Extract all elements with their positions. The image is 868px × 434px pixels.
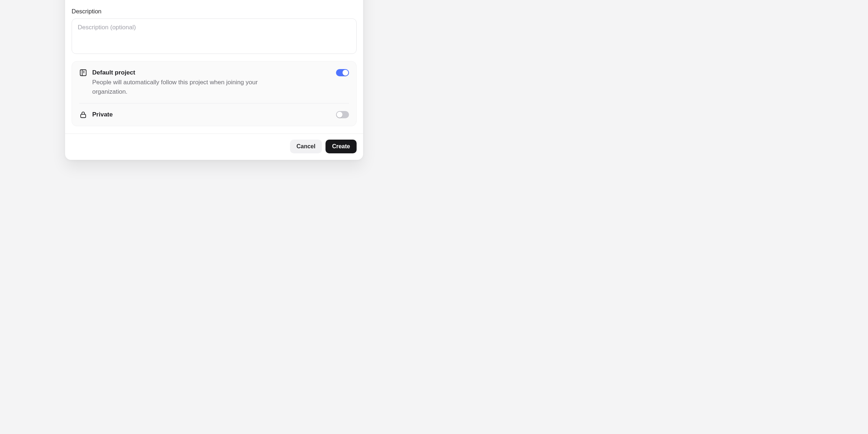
- create-button[interactable]: Create: [326, 140, 357, 153]
- settings-card: Default project People will automaticall…: [72, 61, 357, 126]
- default-project-toggle[interactable]: [336, 69, 349, 76]
- create-project-modal: Description Default project People will …: [65, 0, 363, 160]
- default-project-description: People will automatically follow this pr…: [92, 78, 262, 97]
- private-toggle[interactable]: [336, 111, 349, 118]
- svg-point-3: [84, 72, 84, 73]
- svg-rect-0: [80, 70, 86, 76]
- lock-icon: [79, 111, 87, 119]
- private-setting: Private: [79, 103, 349, 126]
- svg-point-2: [84, 71, 84, 72]
- cancel-button[interactable]: Cancel: [290, 140, 322, 153]
- default-project-title: Default project: [92, 68, 331, 77]
- description-label: Description: [72, 8, 357, 15]
- private-title: Private: [92, 110, 331, 119]
- default-project-setting: Default project People will automaticall…: [72, 61, 356, 103]
- modal-footer: Cancel Create: [65, 133, 363, 160]
- description-textarea[interactable]: [72, 18, 357, 54]
- svg-rect-4: [81, 114, 86, 118]
- panel-icon: [79, 69, 87, 77]
- modal-body: Description Default project People will …: [65, 0, 363, 133]
